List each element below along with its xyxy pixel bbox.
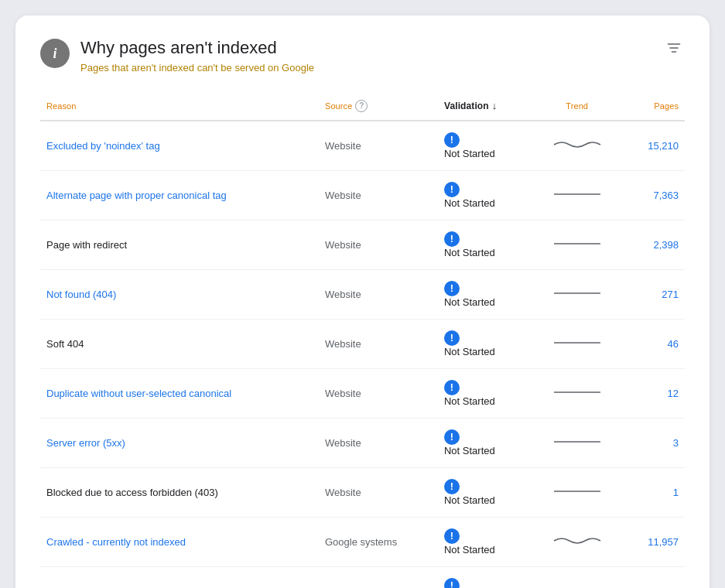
card-header: i Why pages aren't indexed Pages that ar… — [40, 37, 685, 74]
cell-pages[interactable]: 191 — [624, 566, 685, 588]
cell-trend — [530, 170, 624, 220]
cell-validation[interactable]: !Not Started — [438, 418, 530, 467]
validation-status: Not Started — [444, 494, 495, 506]
cell-pages[interactable]: 11,957 — [624, 517, 685, 566]
cell-reason[interactable]: Excluded by 'noindex' tag — [40, 121, 319, 171]
cell-trend — [530, 467, 624, 517]
cell-trend — [530, 220, 624, 269]
cell-reason[interactable]: Duplicate without user-selected canonica… — [40, 368, 319, 418]
cell-trend — [530, 418, 624, 467]
cell-reason: Blocked due to access forbidden (403) — [40, 467, 319, 517]
warning-icon: ! — [444, 429, 460, 445]
table-row: Soft 404Website!Not Started46 — [40, 319, 685, 368]
cell-trend — [530, 269, 624, 319]
validation-status: Not Started — [444, 296, 495, 308]
cell-source: Website — [319, 319, 438, 368]
table-row: Crawled - currently not indexedGoogle sy… — [40, 517, 685, 566]
cell-source: Website — [319, 170, 438, 220]
cell-pages[interactable]: 7,363 — [624, 170, 685, 220]
cell-pages[interactable]: 271 — [624, 269, 685, 319]
page-title: Why pages aren't indexed — [80, 37, 314, 60]
cell-trend — [530, 368, 624, 418]
cell-trend — [530, 517, 624, 566]
cell-source: Website — [319, 418, 438, 467]
cell-validation[interactable]: !Not Started — [438, 566, 530, 588]
col-trend: Trend — [530, 92, 624, 121]
cell-validation[interactable]: !Not Started — [438, 319, 530, 368]
table-row: Not found (404)Website!Not Started271 — [40, 269, 685, 319]
validation-status: Not Started — [444, 197, 495, 209]
cell-source: Website — [319, 269, 438, 319]
cell-reason: Discovered - currently not indexed — [40, 566, 319, 588]
col-validation[interactable]: Validation ↓ — [438, 92, 530, 121]
warning-icon: ! — [444, 578, 460, 588]
warning-icon: ! — [444, 528, 460, 544]
warning-icon: ! — [444, 231, 460, 247]
cell-validation[interactable]: !Not Started — [438, 368, 530, 418]
cell-reason[interactable]: Crawled - currently not indexed — [40, 517, 319, 566]
table-row: Blocked due to access forbidden (403)Web… — [40, 467, 685, 517]
cell-source: Website — [319, 467, 438, 517]
cell-pages[interactable]: 46 — [624, 319, 685, 368]
table-row: Server error (5xx)Website!Not Started3 — [40, 418, 685, 467]
validation-status: Not Started — [444, 395, 495, 407]
cell-source: Google systems — [319, 517, 438, 566]
cell-reason[interactable]: Not found (404) — [40, 269, 319, 319]
sort-arrow-icon: ↓ — [492, 100, 498, 111]
table-row: Alternate page with proper canonical tag… — [40, 170, 685, 220]
cell-validation[interactable]: !Not Started — [438, 121, 530, 171]
cell-source: Google systems — [319, 566, 438, 588]
cell-validation[interactable]: !Not Started — [438, 517, 530, 566]
cell-pages[interactable]: 1 — [624, 467, 685, 517]
cell-reason[interactable]: Alternate page with proper canonical tag — [40, 170, 319, 220]
cell-source: Website — [319, 121, 438, 171]
cell-validation[interactable]: !Not Started — [438, 467, 530, 517]
source-help-icon[interactable]: ? — [355, 100, 368, 112]
cell-pages[interactable]: 2,398 — [624, 220, 685, 269]
warning-icon: ! — [444, 182, 460, 197]
cell-pages[interactable]: 15,210 — [624, 121, 685, 171]
cell-reason: Soft 404 — [40, 319, 319, 368]
cell-source: Website — [319, 368, 438, 418]
validation-status: Not Started — [444, 544, 495, 556]
warning-icon: ! — [444, 479, 460, 494]
header-text: Why pages aren't indexed Pages that aren… — [80, 37, 314, 74]
cell-pages[interactable]: 3 — [624, 418, 685, 467]
cell-trend — [530, 319, 624, 368]
warning-icon: ! — [444, 281, 460, 296]
cell-pages[interactable]: 12 — [624, 368, 685, 418]
table-row: Excluded by 'noindex' tagWebsite!Not Sta… — [40, 121, 685, 171]
warning-icon: ! — [444, 380, 460, 395]
warning-icon: ! — [444, 132, 460, 148]
cell-validation[interactable]: !Not Started — [438, 220, 530, 269]
validation-status: Not Started — [444, 346, 495, 357]
cell-reason[interactable]: Server error (5xx) — [40, 418, 319, 467]
main-card: i Why pages aren't indexed Pages that ar… — [15, 15, 710, 588]
cell-reason: Page with redirect — [40, 220, 319, 269]
col-reason: Reason — [40, 92, 319, 121]
table-row: Page with redirectWebsite!Not Started2,3… — [40, 220, 685, 269]
validation-status: Not Started — [444, 148, 495, 159]
cell-trend — [530, 566, 624, 588]
cell-trend — [530, 121, 624, 171]
col-source: Source ? — [319, 92, 438, 121]
cell-validation[interactable]: !Not Started — [438, 170, 530, 220]
table-row: Duplicate without user-selected canonica… — [40, 368, 685, 418]
cell-validation[interactable]: !Not Started — [438, 269, 530, 319]
filter-button[interactable] — [663, 37, 685, 63]
page-subtitle: Pages that aren't indexed can't be serve… — [80, 62, 314, 74]
indexing-table: Reason Source ? Validation ↓ Trend — [40, 92, 685, 588]
validation-status: Not Started — [444, 247, 495, 258]
validation-status: Not Started — [444, 445, 495, 456]
cell-source: Website — [319, 220, 438, 269]
header-left: i Why pages aren't indexed Pages that ar… — [40, 37, 314, 74]
table-row: Discovered - currently not indexedGoogle… — [40, 566, 685, 588]
warning-icon: ! — [444, 330, 460, 346]
info-icon: i — [40, 39, 70, 68]
col-pages: Pages — [624, 92, 685, 121]
